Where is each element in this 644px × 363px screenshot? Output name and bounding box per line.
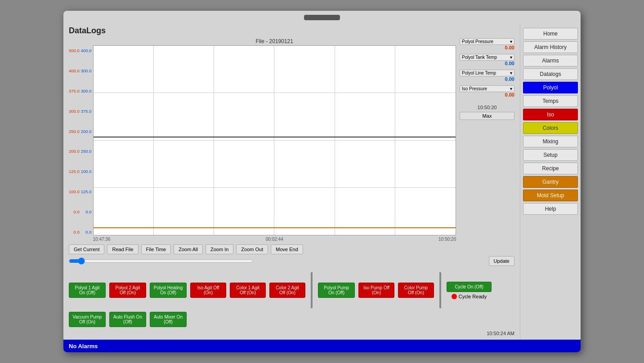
grid-cell xyxy=(335,93,395,140)
grid-cell xyxy=(274,46,335,93)
read-file-button[interactable]: Read File xyxy=(107,244,138,254)
status-message: No Alarms xyxy=(69,343,98,350)
page-title: DataLogs xyxy=(69,26,514,35)
grid-cell xyxy=(274,93,335,140)
y-axis-left-blue: 400.0 300.0 300.0 375.0 200.0 250.0 100.… xyxy=(81,48,93,235)
color-pump-button[interactable]: Color PumpOff (On) xyxy=(398,283,434,298)
grid-cell xyxy=(395,93,456,140)
move-end-button[interactable]: Move End xyxy=(271,244,303,254)
status-bar: No Alarms xyxy=(63,340,581,352)
setup-button[interactable]: Setup xyxy=(523,149,578,161)
left-section: DataLogs 500.0 400.0 375.0 300.0 250.0 2… xyxy=(63,24,520,340)
auto-flush-button[interactable]: Auto Flush On(Off) xyxy=(109,312,146,327)
bottom-buttons: Polyol 1 AgitOn (Off) Polyol 2 AgitOff (… xyxy=(69,270,514,330)
y-val: 300.0 xyxy=(69,109,80,114)
y-val: 200.0 xyxy=(69,149,80,154)
y-val: 100.0 xyxy=(69,189,80,194)
grid-cell xyxy=(154,141,214,188)
sensor-polyol-pressure: Polyol Pressure ▾ 0.00 xyxy=(460,38,514,50)
temps-button[interactable]: Temps xyxy=(523,95,578,107)
grid-cell xyxy=(335,141,395,188)
polyol-line-temp-dropdown[interactable]: Polyol Line Temp ▾ xyxy=(460,70,514,76)
polyol-pump-button[interactable]: Polyol PumpOn (Off) xyxy=(318,283,355,298)
y-val: 0.0 xyxy=(85,230,91,235)
color2-agit-button[interactable]: Color 2 AgitOff (On) xyxy=(269,283,305,298)
y-val: 375.0 xyxy=(81,109,92,114)
datalogs-button[interactable]: Datalogs xyxy=(523,68,578,80)
mold-setup-button[interactable]: Mold Setup xyxy=(523,190,578,201)
mixing-button[interactable]: Mixing xyxy=(523,136,578,147)
iso-agit-button[interactable]: Iso Agit Off(On) xyxy=(190,283,226,298)
grid-cell xyxy=(154,46,214,93)
polyol-pressure-dropdown[interactable]: Polyol Pressure ▾ xyxy=(460,38,514,45)
update-button[interactable]: Update xyxy=(489,256,514,266)
cycle-on-button[interactable]: Cycle On (Off) xyxy=(447,282,492,292)
vacuum-pump-button[interactable]: Vacuum PumpOff (On) xyxy=(69,312,106,327)
cycle-ready-text: Cycle Ready xyxy=(459,294,487,299)
grid-cell xyxy=(274,141,335,188)
y-val: 125.0 xyxy=(81,189,92,194)
dropdown-arrow: ▾ xyxy=(510,86,512,91)
colors-button[interactable]: Colors xyxy=(523,122,578,134)
content-area: DataLogs 500.0 400.0 375.0 300.0 250.0 2… xyxy=(63,24,581,340)
gantry-button[interactable]: Gantry xyxy=(523,176,578,188)
chart-plot xyxy=(93,45,456,235)
polyol1-agit-button[interactable]: Polyol 1 AgitOn (Off) xyxy=(69,283,106,298)
polyol2-agit-button[interactable]: Polyol 2 AgitOff (On) xyxy=(109,283,146,298)
sensor-label: Polyol Pressure xyxy=(462,39,493,44)
x-time-mid: 00:02:44 xyxy=(266,237,283,242)
file-time-button[interactable]: File Time xyxy=(141,244,171,254)
alarms-button[interactable]: Alarms xyxy=(523,55,578,66)
iso-button[interactable]: Iso xyxy=(523,109,578,120)
zoom-all-button[interactable]: Zoom All xyxy=(174,244,203,254)
sensor-panel: Polyol Pressure ▾ 0.00 Polyol Tank Temp … xyxy=(456,38,514,242)
grid-cell xyxy=(395,141,456,188)
zoom-in-button[interactable]: Zoom In xyxy=(206,244,233,254)
y-val: 500.0 xyxy=(69,48,80,53)
x-time-end: 10:50:20 xyxy=(438,237,456,242)
y-val: 250.0 xyxy=(69,129,80,134)
cycle-ready-label: Cycle Ready xyxy=(452,294,487,299)
bottom-timestamp: 10:50:24 AM xyxy=(69,331,514,336)
grid-cell xyxy=(94,93,154,140)
grid-cell xyxy=(214,93,274,140)
iso-pressure-dropdown[interactable]: Iso Pressure ▾ xyxy=(460,85,514,92)
y-val: 0.0 xyxy=(74,209,80,214)
main-panel: DataLogs 500.0 400.0 375.0 300.0 250.0 2… xyxy=(63,11,581,352)
top-handle xyxy=(304,15,340,20)
plot-and-right: File - 20190121 xyxy=(93,38,514,242)
polyol-heating-button[interactable]: Polyol HeatingOn (Off) xyxy=(150,283,187,298)
grid-cell xyxy=(214,46,274,93)
home-button[interactable]: Home xyxy=(523,28,578,40)
y-val: 0.0 xyxy=(85,209,91,214)
polyol-line-temp-value: 0.00 xyxy=(460,76,514,82)
color1-agit-button[interactable]: Color 1 AgitOff (On) xyxy=(230,283,266,298)
max-button[interactable]: Max xyxy=(460,112,514,120)
x-time-start: 10:47:36 xyxy=(93,237,111,242)
zoom-out-button[interactable]: Zoom Out xyxy=(236,244,268,254)
dropdown-arrow: ▾ xyxy=(510,39,512,44)
grid-cell xyxy=(335,46,395,93)
get-current-button[interactable]: Get Current xyxy=(69,244,104,254)
chart-grid xyxy=(94,46,456,235)
y-val: 400.0 xyxy=(69,68,80,73)
sensor-polyol-line-temp: Polyol Line Temp ▾ 0.00 xyxy=(460,70,514,82)
dropdown-arrow: ▾ xyxy=(510,55,512,60)
help-button[interactable]: Help xyxy=(523,203,578,215)
iso-pressure-value: 0.00 xyxy=(460,92,514,97)
grid-cell xyxy=(214,141,274,188)
chart-slider[interactable] xyxy=(69,257,253,265)
y-axis-left-red: 500.0 400.0 375.0 300.0 250.0 200.0 125.… xyxy=(69,48,81,235)
auto-mixer-button[interactable]: Auto Mixer On(Off) xyxy=(150,312,187,327)
recipe-button[interactable]: Recipe xyxy=(523,163,578,174)
polyol-button[interactable]: Polyol xyxy=(523,82,578,93)
polyol-tank-temp-dropdown[interactable]: Polyol Tank Temp ▾ xyxy=(460,54,514,61)
sensor-iso-pressure: Iso Pressure ▾ 0.00 xyxy=(460,85,514,97)
grid-cell xyxy=(395,46,456,93)
top-bar xyxy=(63,11,581,24)
y-val: 0.0 xyxy=(74,230,80,235)
iso-pump-button[interactable]: Iso Pump Off(On) xyxy=(358,283,394,298)
alarm-history-button[interactable]: Alarm History xyxy=(523,41,578,53)
y-val: 250.0 xyxy=(81,149,92,154)
sensor-label: Iso Pressure xyxy=(462,86,487,91)
